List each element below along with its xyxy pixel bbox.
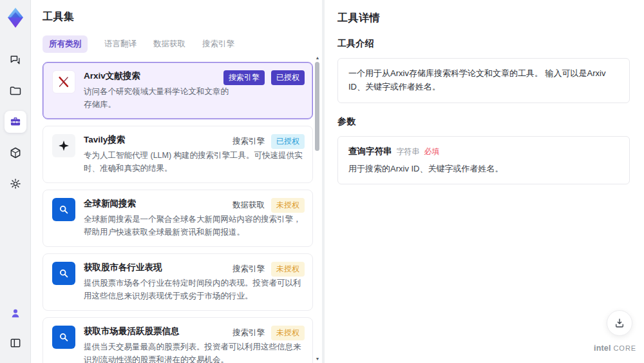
cube-icon[interactable] <box>5 142 26 164</box>
panel-collapse-icon[interactable] <box>5 332 26 354</box>
scrollbar-thumb[interactable] <box>315 62 319 151</box>
app-window: 工具集 所有类别 语言翻译 数据获取 搜索引擎 Arxiv文献搜索 访问各个研究… <box>0 0 644 363</box>
tool-description: 访问各个研究领域大量科学论文和文章的存储库。 <box>84 85 232 111</box>
scroll-up-arrow[interactable]: ▲ <box>314 55 321 61</box>
download-button[interactable] <box>607 310 632 336</box>
arxiv-logo-icon <box>52 70 75 93</box>
param-type: 字符串 <box>397 146 420 157</box>
app-logo-icon <box>6 6 25 30</box>
download-icon <box>614 317 625 329</box>
tab-all-categories[interactable]: 所有类别 <box>43 35 88 53</box>
intro-heading: 工具介绍 <box>337 38 630 50</box>
icon-rail <box>0 0 31 363</box>
tool-description: 提供股票市场各个行业在特定时间段内的表现。投资者可以利用这些信息来识别表现优于或… <box>84 277 306 302</box>
category-tabs: 所有类别 语言翻译 数据获取 搜索引擎 <box>43 35 312 53</box>
folder-icon[interactable] <box>5 80 26 102</box>
category-label: 搜索引擎 <box>232 328 265 338</box>
tool-list: Arxiv文献搜索 访问各个研究领域大量科学论文和文章的存储库。 搜索引擎 已授… <box>43 62 313 363</box>
page-title: 工具集 <box>43 10 312 24</box>
category-label: 搜索引擎 <box>232 136 265 147</box>
tool-description: 专为人工智能代理 (LLM) 构建的搜索引擎工具。可快速提供实时、准确和真实的结… <box>84 149 306 175</box>
tool-card-tavily[interactable]: Tavily搜索 专为人工智能代理 (LLM) 构建的搜索引擎工具。可快速提供实… <box>43 126 313 183</box>
search-tool-icon <box>52 262 75 285</box>
auth-status-badge: 未授权 <box>271 262 305 277</box>
category-label: 数据获取 <box>232 200 265 211</box>
auth-status-badge: 未授权 <box>271 198 305 213</box>
tool-card-active-stocks[interactable]: 获取市场最活跃股票信息 提供当天交易量最高的股票列表。投资者可以利用这些信息来识… <box>43 317 313 363</box>
category-badge: 搜索引擎 <box>223 70 265 85</box>
category-label: 搜索引擎 <box>232 264 265 275</box>
chat-icon[interactable] <box>5 49 26 71</box>
tool-description: 全球新闻搜索是一个聚合全球各大新闻网站内容的搜索引擎，帮助用户快速获取全球最新资… <box>84 213 306 239</box>
tool-card-global-news[interactable]: 全球新闻搜索 全球新闻搜索是一个聚合全球各大新闻网站内容的搜索引擎，帮助用户快速… <box>43 190 313 247</box>
tool-card-arxiv[interactable]: Arxiv文献搜索 访问各个研究领域大量科学论文和文章的存储库。 搜索引擎 已授… <box>43 62 313 119</box>
tool-description: 提供当天交易量最高的股票列表。投资者可以利用这些信息来识别流动性强的股票和潜在的… <box>84 340 306 363</box>
search-tool-icon <box>52 326 75 349</box>
auth-status-badge: 已授权 <box>271 70 305 85</box>
tab-language-translation[interactable]: 语言翻译 <box>104 35 137 53</box>
tab-search-engine[interactable]: 搜索引擎 <box>202 35 234 53</box>
search-tool-icon <box>52 198 75 221</box>
list-scrollbar[interactable]: ▲ ▼ <box>314 55 321 362</box>
tool-detail-panel: 工具详情 工具介绍 一个用于从Arxiv存储库搜索科学论文和文章的工具。 输入可… <box>325 0 644 363</box>
params-heading: 参数 <box>337 116 630 128</box>
param-name: 查询字符串 <box>348 146 392 157</box>
tool-list-panel: 工具集 所有类别 语言翻译 数据获取 搜索引擎 Arxiv文献搜索 访问各个研究… <box>31 0 322 363</box>
param-description: 用于搜索的Arxiv ID、关键字或作者姓名。 <box>348 163 619 175</box>
user-icon[interactable] <box>5 302 26 324</box>
auth-status-badge: 未授权 <box>271 326 305 340</box>
gear-icon[interactable] <box>5 173 26 195</box>
toolbox-icon[interactable] <box>5 111 26 133</box>
auth-status-badge: 已授权 <box>271 134 305 149</box>
param-required-flag: 必填 <box>424 146 440 157</box>
detail-title: 工具详情 <box>337 12 630 25</box>
intro-box: 一个用于从Arxiv存储库搜索科学论文和文章的工具。 输入可以是Arxiv ID… <box>337 58 630 103</box>
tool-card-sector-performance[interactable]: 获取股市各行业表现 提供股票市场各个行业在特定时间段内的表现。投资者可以利用这些… <box>43 253 313 311</box>
intel-core-logo: intel CORE <box>594 344 635 353</box>
tavily-star-icon <box>52 134 75 157</box>
param-card: 查询字符串 字符串 必填 用于搜索的Arxiv ID、关键字或作者姓名。 <box>337 136 630 184</box>
tab-data-fetch[interactable]: 数据获取 <box>153 35 185 53</box>
scroll-down-arrow[interactable]: ▼ <box>314 357 321 362</box>
